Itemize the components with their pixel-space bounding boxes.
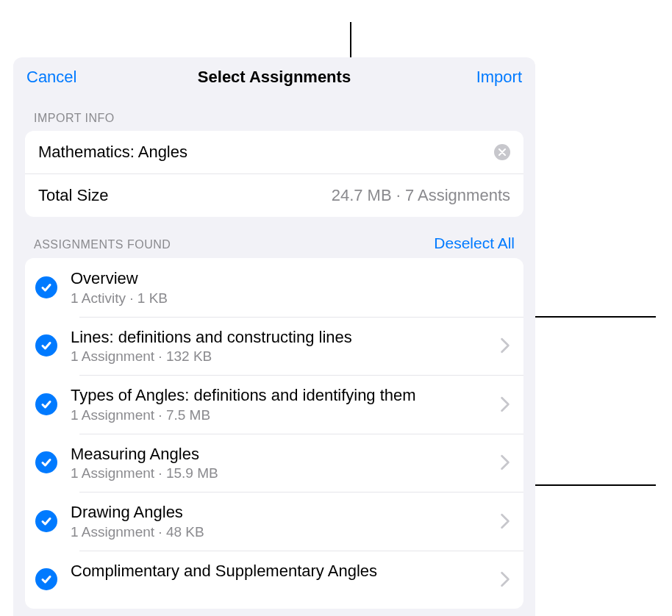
total-size-value: 24.7 MB · 7 Assignments bbox=[332, 186, 510, 205]
callout-line-chevron bbox=[515, 484, 656, 486]
list-item-body: Types of Angles: definitions and identif… bbox=[71, 385, 493, 423]
import-info-card: Mathematics: Angles Total Size 24.7 MB ·… bbox=[25, 131, 523, 217]
navbar: Cancel Select Assignments Import bbox=[13, 57, 535, 94]
select-assignments-panel: Cancel Select Assignments Import IMPORT … bbox=[13, 57, 535, 616]
checkmark-icon[interactable] bbox=[35, 276, 57, 298]
list-item-body: Drawing Angles 1 Assignment · 48 KB bbox=[71, 502, 493, 540]
checkmark-icon[interactable] bbox=[35, 510, 57, 532]
list-item-body: Lines: definitions and constructing line… bbox=[71, 327, 493, 365]
import-name-row[interactable]: Mathematics: Angles bbox=[25, 131, 523, 173]
checkmark-icon[interactable] bbox=[35, 568, 57, 590]
total-size-row: Total Size 24.7 MB · 7 Assignments bbox=[25, 173, 523, 217]
list-item-title: Measuring Angles bbox=[71, 444, 493, 465]
list-item-subtitle: 1 Assignment · 132 KB bbox=[71, 348, 493, 365]
import-info-header: IMPORT INFO bbox=[13, 94, 535, 131]
list-item-title: Types of Angles: definitions and identif… bbox=[71, 385, 493, 406]
list-item-subtitle: 1 Activity · 1 KB bbox=[71, 290, 510, 307]
list-item[interactable]: Lines: definitions and constructing line… bbox=[25, 317, 523, 376]
chevron-right-icon[interactable] bbox=[500, 396, 510, 412]
list-item[interactable]: Measuring Angles 1 Assignment · 15.9 MB bbox=[25, 434, 523, 493]
cancel-button[interactable]: Cancel bbox=[26, 68, 115, 87]
checkmark-icon[interactable] bbox=[35, 334, 57, 357]
chevron-right-icon[interactable] bbox=[500, 513, 510, 529]
checkmark-icon[interactable] bbox=[35, 451, 57, 473]
list-item-title: Overview bbox=[71, 268, 510, 289]
chevron-right-icon[interactable] bbox=[500, 454, 510, 470]
list-item-subtitle: 1 Assignment · 7.5 MB bbox=[71, 407, 493, 423]
list-item-title: Lines: definitions and constructing line… bbox=[71, 327, 493, 348]
list-item-subtitle: 1 Assignment · 48 KB bbox=[71, 524, 493, 540]
chevron-right-icon[interactable] bbox=[500, 337, 510, 354]
clear-text-icon[interactable] bbox=[494, 144, 510, 160]
list-item-title: Complimentary and Supplementary Angles bbox=[71, 561, 493, 581]
list-item[interactable]: Drawing Angles 1 Assignment · 48 KB bbox=[25, 492, 523, 551]
chevron-right-icon[interactable] bbox=[500, 571, 510, 587]
import-name-field: Mathematics: Angles bbox=[38, 143, 187, 162]
list-item-subtitle: 1 Assignment · 15.9 MB bbox=[71, 465, 493, 481]
deselect-all-button[interactable]: Deselect All bbox=[434, 234, 515, 252]
import-button[interactable]: Import bbox=[434, 68, 522, 87]
list-item[interactable]: Types of Angles: definitions and identif… bbox=[25, 375, 523, 434]
list-item-title: Drawing Angles bbox=[71, 502, 493, 523]
assignments-found-header: ASSIGNMENTS FOUND Deselect All bbox=[13, 217, 535, 258]
assignments-found-header-label: ASSIGNMENTS FOUND bbox=[34, 238, 171, 251]
list-item-body: Measuring Angles 1 Assignment · 15.9 MB bbox=[71, 444, 493, 482]
list-item[interactable]: Complimentary and Supplementary Angles 1… bbox=[25, 551, 523, 609]
list-item[interactable]: Overview 1 Activity · 1 KB bbox=[25, 258, 523, 317]
import-info-header-label: IMPORT INFO bbox=[34, 112, 115, 125]
total-size-label: Total Size bbox=[38, 186, 108, 205]
list-item-body: Complimentary and Supplementary Angles 1… bbox=[71, 561, 493, 599]
navbar-title: Select Assignments bbox=[115, 68, 434, 87]
list-item-body: Overview 1 Activity · 1 KB bbox=[71, 268, 510, 307]
assignments-list: Overview 1 Activity · 1 KB Lines: defini… bbox=[25, 258, 523, 609]
checkmark-icon[interactable] bbox=[35, 393, 57, 415]
